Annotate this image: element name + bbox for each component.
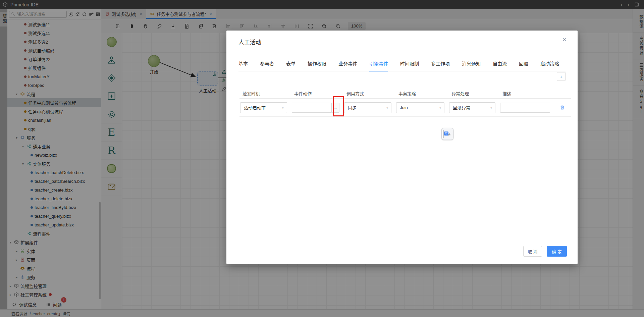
close-icon[interactable]: × — [560, 36, 568, 44]
translate-icon — [443, 131, 451, 137]
confirm-button[interactable]: 确 定 — [547, 246, 567, 257]
event-action-input[interactable] — [292, 103, 331, 113]
add-row-button[interactable]: + — [557, 72, 566, 81]
translate-popup-icon[interactable] — [441, 128, 453, 140]
cancel-button[interactable]: 取 消 — [523, 246, 542, 257]
tab-participants[interactable]: 参与者 — [260, 60, 274, 71]
manual-activity-dialog: 人工活动 × 基本 参与者 表单 操作权限 业务事件 引擎事件 时间限制 多工作… — [226, 31, 578, 264]
chevron-down-icon: ∨ — [386, 106, 388, 109]
table-bottom-border — [239, 223, 571, 223]
tab-basic[interactable]: 基本 — [238, 60, 248, 71]
trash-icon — [560, 105, 565, 110]
table-header-row: 触发时机 事件动作 调用方式 事务策略 异常处理 描述 — [239, 88, 571, 99]
chevron-down-icon: ∨ — [282, 106, 284, 109]
application-window: Primeton-IDE ‹ › 资源 — [0, 0, 644, 317]
tab-free-flow[interactable]: 自由流 — [493, 60, 507, 71]
chevron-down-icon: ∨ — [490, 106, 492, 109]
tab-business-events[interactable]: 业务事件 — [338, 60, 357, 71]
tab-form[interactable]: 表单 — [286, 60, 296, 71]
tab-rollback[interactable]: 回退 — [519, 60, 528, 71]
trigger-select[interactable]: 活动启动前 ∨ — [240, 102, 287, 113]
tab-multi-workitem[interactable]: 多工作项 — [431, 60, 450, 71]
exception-handling-select[interactable]: 回滚异常 ∨ — [449, 102, 495, 113]
tab-time-limit[interactable]: 时间限制 — [400, 60, 419, 71]
tab-permissions[interactable]: 操作权限 — [308, 60, 326, 71]
description-input[interactable] — [500, 103, 550, 113]
table-row: 活动启动前 ∨ ... 同步 ∨ Join — [239, 99, 571, 117]
tab-notifications[interactable]: 消息通知 — [462, 60, 481, 71]
tab-start-strategy[interactable]: 启动策略 — [540, 60, 559, 71]
tx-strategy-select[interactable]: Join ∨ — [396, 102, 444, 113]
annotation-highlight-box — [333, 96, 344, 116]
dialog-title: 人工活动 — [238, 38, 261, 46]
dialog-footer: 取 消 确 定 — [523, 246, 567, 257]
delete-row-button[interactable] — [553, 105, 571, 110]
engine-events-table: 触发时机 事件动作 调用方式 事务策略 异常处理 描述 活动启动前 ∨ ... — [239, 88, 571, 117]
tab-engine-events[interactable]: 引擎事件 — [369, 60, 388, 71]
invoke-mode-select[interactable]: 同步 ∨ — [344, 102, 391, 113]
text-cursor — [443, 130, 443, 138]
dialog-tab-bar: 基本 参与者 表单 操作权限 业务事件 引擎事件 时间限制 多工作项 消息通知 … — [238, 60, 566, 71]
chevron-down-icon: ∨ — [439, 106, 441, 109]
